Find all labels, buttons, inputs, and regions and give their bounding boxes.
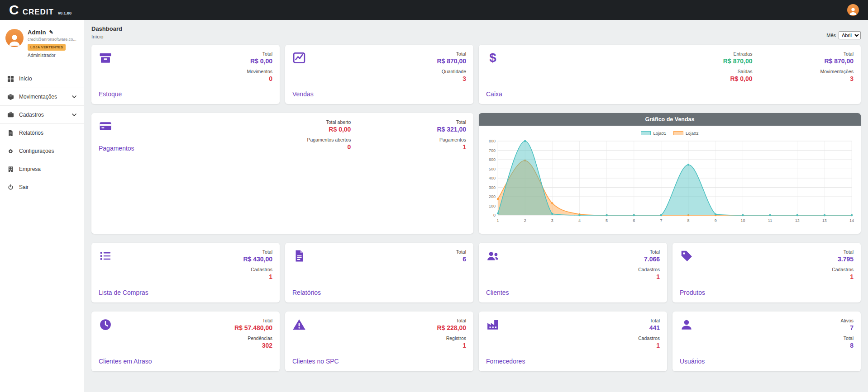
stat-label: Total bbox=[243, 249, 272, 255]
stat-label: Pagamentos bbox=[437, 137, 466, 142]
card-grafico-vendas: Gráfico de Vendas Loja01 Loja02 12345678… bbox=[479, 113, 861, 234]
gear-icon bbox=[7, 148, 14, 155]
app-version: v0.1.88 bbox=[58, 11, 72, 15]
stat-value: 1 bbox=[437, 342, 466, 349]
legend-label: Loja01 bbox=[653, 131, 666, 136]
stat-label: Total bbox=[437, 119, 466, 125]
card-fornecedores[interactable]: Fornecedores Total441 Cadastros1 bbox=[479, 312, 667, 371]
tag-icon bbox=[680, 249, 693, 263]
sidebar-item-empresa[interactable]: Empresa bbox=[0, 160, 84, 178]
power-icon bbox=[7, 184, 14, 191]
card-clientes-no-spc[interactable]: Clientes no SPC TotalR$ 228,00 Registros… bbox=[285, 312, 473, 371]
legend-swatch-loja02 bbox=[673, 131, 683, 135]
svg-text:700: 700 bbox=[489, 148, 496, 153]
svg-text:10: 10 bbox=[740, 218, 745, 223]
svg-text:100: 100 bbox=[489, 204, 496, 208]
stat-label: Movimentos bbox=[247, 69, 272, 74]
sidebar-item-configuracoes[interactable]: Configurações bbox=[0, 142, 84, 160]
card-clientes-em-atraso[interactable]: Clientes em Atraso TotalR$ 57.480,00 Pen… bbox=[91, 312, 280, 371]
stat-label: Total bbox=[456, 249, 466, 255]
card-title: Caixa bbox=[486, 90, 502, 98]
card-caixa[interactable]: $ Caixa EntradasR$ 870,00 SaídasR$ 0,00 … bbox=[479, 45, 861, 104]
legend-loja02[interactable]: Loja02 bbox=[673, 131, 699, 136]
card-title: Usuários bbox=[680, 358, 705, 365]
building-icon bbox=[7, 166, 14, 173]
stat-label: Total bbox=[437, 318, 466, 323]
store-badge: LOJA VERTENTES bbox=[28, 44, 66, 51]
main-content: Dashboard Início Mês Abril Estoque Tot bbox=[84, 20, 868, 392]
card-usuarios[interactable]: Usuários Ativos7 Total8 bbox=[672, 312, 861, 371]
sidebar-item-label: Relatórios bbox=[19, 130, 43, 136]
sales-chart[interactable]: 1234567891011121314010020030040050060070… bbox=[484, 137, 855, 225]
stat-label: Total bbox=[638, 249, 660, 255]
sidebar-item-label: Configurações bbox=[19, 148, 54, 154]
topbar-user-avatar[interactable] bbox=[847, 4, 859, 16]
industry-icon bbox=[486, 318, 500, 331]
sidebar-item-sair[interactable]: Sair bbox=[0, 178, 84, 196]
card-produtos[interactable]: Produtos Total3.795 Cadastros1 bbox=[672, 243, 861, 302]
card-lista-de-compras[interactable]: Lista de Compras TotalR$ 430,00 Cadastro… bbox=[91, 243, 280, 302]
card-vendas[interactable]: Vendas TotalR$ 870,00 Quantidade3 bbox=[285, 45, 473, 104]
stat-label: Pagamentos abertos bbox=[307, 137, 351, 142]
card-relatorios[interactable]: Relatórios Total6 bbox=[285, 243, 473, 302]
stat-value: R$ 57.480,00 bbox=[234, 324, 272, 331]
user-icon bbox=[680, 318, 693, 331]
svg-text:12: 12 bbox=[795, 218, 800, 223]
sidebar-item-relatorios[interactable]: Relatórios bbox=[0, 124, 84, 142]
chart-title: Gráfico de Vendas bbox=[479, 113, 861, 126]
stat-label: Total bbox=[638, 318, 660, 323]
svg-text:2: 2 bbox=[524, 218, 526, 223]
archive-icon bbox=[99, 51, 112, 65]
stat-label: Ativos bbox=[840, 318, 854, 323]
svg-text:9: 9 bbox=[715, 218, 717, 223]
stat-label: Movimentações bbox=[820, 69, 854, 74]
stat-value: R$ 870,00 bbox=[437, 57, 466, 65]
user-avatar bbox=[5, 29, 24, 47]
sidebar-item-label: Início bbox=[19, 76, 32, 82]
legend-swatch-loja01 bbox=[641, 131, 651, 135]
stat-label: Cadastros bbox=[243, 267, 272, 272]
card-title: Clientes bbox=[486, 289, 509, 296]
sidebar-item-inicio[interactable]: Início bbox=[0, 70, 84, 88]
list-icon bbox=[99, 249, 112, 263]
chart-line-icon bbox=[292, 51, 306, 65]
stat-value: 0 bbox=[247, 75, 272, 82]
card-title: Estoque bbox=[99, 90, 122, 98]
svg-text:5: 5 bbox=[606, 218, 608, 223]
stat-label: Total bbox=[437, 51, 466, 57]
stat-label: Total bbox=[840, 335, 854, 341]
stat-value: 7 bbox=[840, 324, 854, 331]
sidebar-item-label: Sair bbox=[19, 184, 29, 190]
stat-label: Pendências bbox=[234, 335, 272, 341]
svg-text:600: 600 bbox=[489, 157, 496, 162]
legend-loja01[interactable]: Loja01 bbox=[641, 131, 666, 136]
file-icon bbox=[292, 249, 306, 263]
credit-card-icon bbox=[99, 119, 112, 133]
card-title: Relatórios bbox=[292, 289, 321, 296]
month-select[interactable]: Abril bbox=[839, 31, 861, 39]
svg-text:1: 1 bbox=[496, 218, 499, 223]
card-estoque[interactable]: Estoque TotalR$ 0,00 Movimentos0 bbox=[91, 45, 280, 104]
svg-text:6: 6 bbox=[633, 218, 635, 223]
card-title: Clientes em Atraso bbox=[99, 358, 152, 365]
svg-text:200: 200 bbox=[489, 194, 496, 199]
stat-value: 3.795 bbox=[832, 255, 854, 263]
user-name: Admin bbox=[28, 29, 46, 36]
stat-label: Entradas bbox=[723, 51, 753, 57]
sidebar-item-cadastros[interactable]: Cadastros bbox=[0, 106, 84, 124]
svg-text:11: 11 bbox=[768, 218, 772, 223]
card-title: Fornecedores bbox=[486, 358, 525, 365]
stat-label: Total bbox=[820, 51, 854, 57]
card-title: Produtos bbox=[680, 289, 705, 296]
card-clientes[interactable]: Clientes Total7.066 Cadastros1 bbox=[479, 243, 667, 302]
card-pagamentos[interactable]: Pagamentos Total abertoR$ 0,00 Pagamento… bbox=[91, 113, 473, 234]
sidebar-item-movimentacoes[interactable]: Movimentações bbox=[0, 88, 84, 106]
sidebar-nav: Início Movimentações Cadastros Relatório… bbox=[0, 70, 84, 196]
stat-label: Cadastros bbox=[638, 335, 660, 341]
user-card: Admin ✎ credit@anronsoftware.co... LOJA … bbox=[0, 27, 84, 62]
svg-text:4: 4 bbox=[578, 218, 581, 223]
stat-value: 441 bbox=[638, 324, 660, 331]
stat-value: R$ 228,00 bbox=[437, 324, 466, 331]
edit-profile-icon[interactable]: ✎ bbox=[49, 29, 53, 35]
svg-text:14: 14 bbox=[849, 218, 854, 223]
